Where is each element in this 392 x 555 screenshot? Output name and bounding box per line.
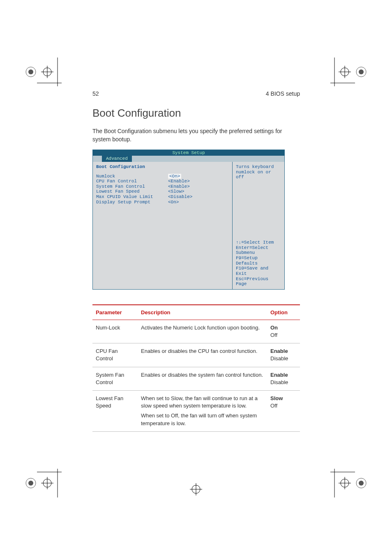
parameter-table: Parameter Description Option Num-LockAct… bbox=[92, 304, 300, 432]
bios-window-title: System Setup bbox=[93, 150, 284, 156]
crop-mark-bottom-left bbox=[25, 469, 62, 497]
bios-setting-label: System Fan Control bbox=[96, 184, 168, 189]
bios-help-panel: Turns keyboard numlock on or off ↑↓=Sele… bbox=[233, 162, 284, 289]
cell-option: SlowOff bbox=[267, 391, 300, 432]
table-row: Lowest Fan SpeedWhen set to Slow, the fa… bbox=[92, 391, 300, 432]
bios-main-panel: Boot Configuration Numlock<On>CPU Fan Co… bbox=[93, 162, 233, 289]
bios-setting-value: <On> bbox=[168, 174, 181, 179]
cell-parameter: Lowest Fan Speed bbox=[92, 391, 138, 432]
bios-screenshot: System Setup Advanced Boot Configuration… bbox=[92, 150, 285, 290]
cell-description: When set to Slow, the fan will continue … bbox=[138, 391, 267, 432]
bios-setting-label: Lowest Fan Speed bbox=[96, 189, 168, 194]
table-row: CPU Fan ControlEnables or disables the C… bbox=[92, 343, 300, 367]
bios-setting-row: Max CPUID Value Limit<Disable> bbox=[96, 194, 229, 200]
bios-key-hint: F9=Setup Defaults bbox=[236, 256, 281, 266]
cell-option: EnableDisable bbox=[267, 343, 300, 367]
page-number: 52 bbox=[92, 90, 99, 97]
bios-setting-row: CPU Fan Control<Enable> bbox=[96, 179, 229, 184]
cell-parameter: System Fan Control bbox=[92, 367, 138, 390]
bios-setting-value: <Slow> bbox=[168, 189, 184, 194]
bios-setting-value: <Enable> bbox=[168, 179, 190, 184]
crop-mark-top-right bbox=[330, 58, 367, 86]
svg-point-1 bbox=[28, 69, 33, 74]
page-title: Boot Configuration bbox=[92, 107, 300, 120]
bios-setting-row: Display Setup Prompt<On> bbox=[96, 200, 229, 205]
bios-help-text: Turns keyboard numlock on or off bbox=[236, 164, 281, 180]
chapter-label: 4 BIOS setup bbox=[266, 90, 300, 97]
cell-parameter: Num-Lock bbox=[92, 320, 138, 343]
col-header-description: Description bbox=[138, 305, 267, 320]
cell-option: OnOff bbox=[267, 320, 300, 343]
bios-setting-row: Lowest Fan Speed<Slow> bbox=[96, 189, 229, 194]
table-row: Num-LockActivates the Numeric Lock funct… bbox=[92, 320, 300, 343]
bios-key-hint: ↑↓=Select Item bbox=[236, 240, 281, 245]
bios-menubar: Advanced bbox=[93, 156, 284, 162]
bios-setting-value: <On> bbox=[168, 200, 179, 205]
col-header-parameter: Parameter bbox=[92, 305, 138, 320]
col-header-option: Option bbox=[267, 305, 300, 320]
bios-setting-row: System Fan Control<Enable> bbox=[96, 184, 229, 189]
svg-point-15 bbox=[28, 481, 33, 486]
bios-setting-value: <Disable> bbox=[168, 194, 192, 200]
table-row: System Fan ControlEnables or disables th… bbox=[92, 367, 300, 390]
bios-key-hints: ↑↓=Select ItemEnter=Select SubmenuF9=Set… bbox=[236, 240, 281, 287]
cell-parameter: CPU Fan Control bbox=[92, 343, 138, 367]
crop-mark-bottom-right bbox=[330, 469, 367, 497]
intro-paragraph: The Boot Configuration submenu lets you … bbox=[92, 127, 300, 144]
bios-tab-advanced: Advanced bbox=[102, 156, 132, 162]
bios-setting-row: Numlock<On> bbox=[96, 174, 229, 179]
bios-setting-value: <Enable> bbox=[168, 184, 190, 189]
crop-mark-top-left bbox=[25, 58, 62, 86]
crop-mark-bottom-center bbox=[188, 481, 204, 497]
bios-key-hint: Esc=Previous Page bbox=[236, 276, 281, 287]
cell-description: Activates the Numeric Lock function upon… bbox=[138, 320, 267, 343]
bios-key-hint: Enter=Select Submenu bbox=[236, 245, 281, 256]
cell-description: Enables or disables the system fan contr… bbox=[138, 367, 267, 390]
running-header: 52 4 BIOS setup bbox=[92, 90, 300, 97]
bios-setting-label: CPU Fan Control bbox=[96, 179, 168, 184]
svg-point-8 bbox=[359, 69, 364, 74]
svg-point-22 bbox=[359, 481, 364, 486]
page-content: 52 4 BIOS setup Boot Configuration The B… bbox=[92, 90, 300, 432]
bios-setting-label: Display Setup Prompt bbox=[96, 200, 168, 205]
cell-description: Enables or disables the CPU fan control … bbox=[138, 343, 267, 367]
bios-setting-label: Numlock bbox=[96, 174, 168, 179]
bios-setting-label: Max CPUID Value Limit bbox=[96, 194, 168, 200]
cell-option: EnableDisable bbox=[267, 367, 300, 390]
bios-key-hint: F10=Save and Exit bbox=[236, 266, 281, 276]
bios-section-heading: Boot Configuration bbox=[96, 164, 229, 170]
